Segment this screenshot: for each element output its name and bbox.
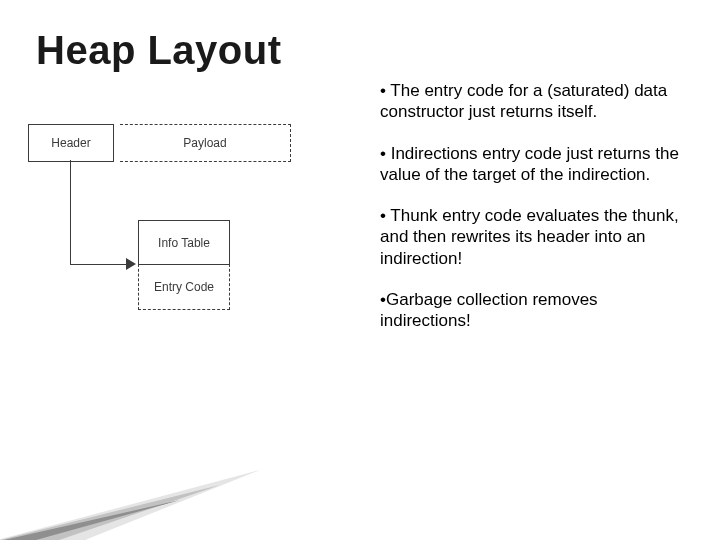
slide-title: Heap Layout: [36, 28, 282, 73]
bullet-list: • The entry code for a (saturated) data …: [380, 80, 690, 351]
svg-marker-2: [0, 470, 260, 540]
bullet-item: •Garbage collection removes indirections…: [380, 289, 690, 332]
svg-marker-0: [0, 500, 180, 540]
diagram-header-box: Header: [28, 124, 114, 162]
diagram-connector-horizontal: [70, 264, 128, 265]
bullet-item: • The entry code for a (saturated) data …: [380, 80, 690, 123]
bullet-item: • Indirections entry code just returns t…: [380, 143, 690, 186]
arrow-right-icon: [126, 258, 136, 270]
slide-corner-decoration: [0, 430, 260, 540]
svg-marker-1: [0, 485, 220, 540]
bullet-item: • Thunk entry code evaluates the thunk, …: [380, 205, 690, 269]
diagram-info-table-box: Info Table: [138, 220, 230, 266]
heap-layout-diagram: Header Payload Info Table Entry Code: [8, 112, 368, 332]
diagram-connector-vertical: [70, 160, 71, 264]
diagram-entry-code-box: Entry Code: [138, 264, 230, 310]
diagram-payload-box: Payload: [120, 124, 291, 162]
